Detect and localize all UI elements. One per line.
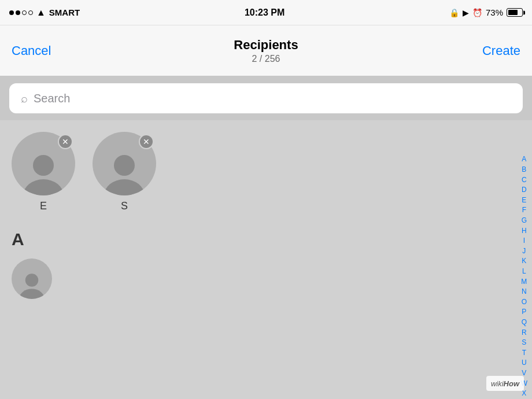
status-time: 10:23 PM xyxy=(245,8,285,18)
contact-item-e: ✕ E xyxy=(12,132,75,212)
alpha-m[interactable]: M xyxy=(521,278,527,287)
avatar-wrap-e: ✕ xyxy=(12,132,75,195)
signal-dots xyxy=(9,10,33,15)
alpha-o[interactable]: O xyxy=(521,298,527,307)
alpha-index: A B C D E F G H I J K L M N O P Q R S T … xyxy=(521,220,527,364)
selected-contacts-row: ✕ E ✕ S xyxy=(12,132,520,212)
silhouette-svg-s xyxy=(101,149,147,195)
search-placeholder: Search xyxy=(34,92,70,105)
alpha-g[interactable]: G xyxy=(521,216,527,226)
alpha-c[interactable]: C xyxy=(521,176,527,185)
wikihow-watermark: wikiHow xyxy=(486,376,524,391)
signal-dot-2 xyxy=(16,10,20,15)
status-right: 🔒 ▶ ⏰ 73% xyxy=(449,8,523,17)
alpha-s[interactable]: S xyxy=(521,338,527,348)
location-icon: ▶ xyxy=(463,8,469,17)
alpha-n[interactable]: N xyxy=(521,287,527,297)
section-letter-a: A xyxy=(12,230,24,249)
alpha-h[interactable]: H xyxy=(521,227,527,236)
svg-point-4 xyxy=(25,274,39,287)
section-header-a: A xyxy=(0,224,532,253)
battery-percent: 73% xyxy=(486,8,503,17)
partial-contact-row xyxy=(0,258,532,299)
partial-avatar xyxy=(12,258,52,299)
remove-badge-s[interactable]: ✕ xyxy=(139,134,154,149)
alpha-q[interactable]: Q xyxy=(521,318,527,327)
alpha-r[interactable]: R xyxy=(521,328,527,338)
create-button[interactable]: Create xyxy=(482,43,520,58)
lock-icon: 🔒 xyxy=(449,8,459,17)
battery-fill xyxy=(508,10,518,15)
navigation-bar: Cancel Recipients 2 / 256 Create xyxy=(0,25,532,76)
search-bar[interactable]: ⌕ Search xyxy=(9,83,523,113)
cancel-button[interactable]: Cancel xyxy=(12,43,51,58)
nav-subtitle: 2 / 256 xyxy=(234,54,298,64)
svg-point-1 xyxy=(23,179,64,195)
avatar-wrap-s: ✕ xyxy=(93,132,156,195)
alpha-k[interactable]: K xyxy=(521,257,527,266)
alpha-d[interactable]: D xyxy=(521,186,527,195)
silhouette-svg-e xyxy=(20,149,66,195)
wikihow-text: wikiHow xyxy=(491,379,519,388)
svg-point-0 xyxy=(33,155,54,176)
alarm-icon: ⏰ xyxy=(472,8,482,17)
alpha-a[interactable]: A xyxy=(521,155,527,164)
contact-label-s: S xyxy=(121,200,128,212)
nav-center: Recipients 2 / 256 xyxy=(234,38,298,64)
status-left: ▲ SMART xyxy=(9,8,80,18)
svg-point-3 xyxy=(104,179,145,195)
carrier-name: SMART xyxy=(49,8,80,17)
contact-item-s: ✕ S xyxy=(93,132,156,212)
remove-icon-e: ✕ xyxy=(62,138,69,146)
alpha-b[interactable]: B xyxy=(521,165,527,175)
remove-badge-e[interactable]: ✕ xyxy=(58,134,73,149)
search-icon: ⌕ xyxy=(21,92,28,105)
battery-icon xyxy=(507,8,523,17)
alpha-t[interactable]: T xyxy=(521,349,527,358)
search-section: ⌕ Search xyxy=(0,76,532,120)
svg-point-5 xyxy=(19,289,45,300)
nav-title: Recipients xyxy=(234,38,298,53)
status-bar: ▲ SMART 10:23 PM 🔒 ▶ ⏰ 73% xyxy=(0,0,532,25)
alpha-i[interactable]: I xyxy=(521,237,527,246)
partial-silhouette xyxy=(17,270,46,299)
wifi-icon: ▲ xyxy=(36,8,46,18)
alpha-j[interactable]: J xyxy=(521,247,527,256)
contact-label-e: E xyxy=(40,200,47,212)
svg-point-2 xyxy=(114,155,135,176)
signal-dot-1 xyxy=(9,10,14,15)
alpha-p[interactable]: P xyxy=(521,308,527,317)
alpha-u[interactable]: U xyxy=(521,359,527,368)
signal-dot-4 xyxy=(28,10,33,15)
remove-icon-s: ✕ xyxy=(143,138,150,146)
alpha-e[interactable]: E xyxy=(521,196,527,205)
alpha-l[interactable]: L xyxy=(521,267,527,276)
signal-dot-3 xyxy=(22,10,27,15)
alpha-f[interactable]: F xyxy=(521,206,527,215)
contacts-area: ✕ E ✕ S xyxy=(0,120,532,212)
